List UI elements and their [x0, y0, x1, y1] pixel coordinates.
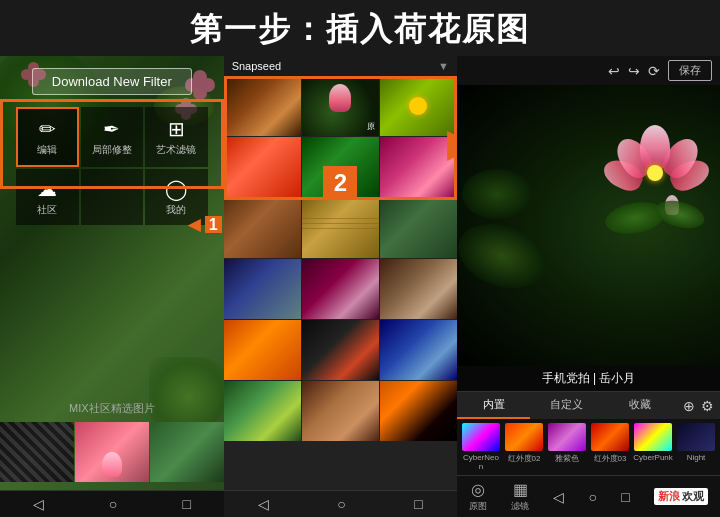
lotus-display [457, 85, 720, 366]
left-photo-strip [0, 422, 224, 482]
home-button-right[interactable]: ○ [589, 489, 597, 505]
filter-red[interactable]: 红外度02 [504, 423, 544, 471]
filter-thumb-night [677, 423, 715, 451]
right-top-controls: ↩ ↪ ⟳ 保存 [457, 56, 720, 85]
empty-cell [81, 169, 144, 225]
thumb-2[interactable] [75, 422, 149, 482]
grid-cell-14[interactable] [302, 320, 379, 380]
grid-cell-15[interactable] [380, 320, 457, 380]
middle-grid-container: 原 [224, 76, 457, 490]
nav-original[interactable]: ◎ 原图 [469, 480, 487, 513]
grid-cell-11[interactable] [302, 259, 379, 319]
back-button-right[interactable]: ◁ [553, 489, 564, 505]
brand-logos: 新浪 欢观 [654, 488, 708, 505]
photo-grid[interactable]: 原 [224, 76, 457, 441]
filter-violet[interactable]: 雅紫色 [547, 423, 587, 471]
icon-grid: ✏ 编辑 ✒ 局部修整 ⊞ 艺术滤镜 ☁ 社区 [8, 103, 216, 229]
settings-icon[interactable]: ⚙ [701, 398, 714, 414]
grid-cell-lotus-highlight[interactable]: 原 [302, 76, 379, 136]
local-adjust-cell[interactable]: ✒ 局部修整 [81, 107, 144, 167]
tab-custom[interactable]: 自定义 [530, 392, 603, 419]
filter-night[interactable]: Night [676, 423, 716, 471]
thumb-1[interactable] [0, 422, 74, 482]
right-inner: ↩ ↪ ⟳ 保存 [457, 56, 720, 517]
snapseed-label: Snapseed [232, 60, 282, 72]
mix-label: MIX社区精选图片 [69, 401, 155, 416]
tab-builtin[interactable]: 内置 [457, 392, 530, 419]
right-tabs: 内置 自定义 收藏 ⊕ ⚙ [457, 391, 720, 419]
panels-row: Download New Filter ✏ 编辑 ✒ 局部修整 ⊞ [0, 56, 720, 517]
edit-icon: ✏ [39, 117, 56, 141]
grid-cell-7[interactable] [224, 198, 301, 258]
filter-thumb-violet [548, 423, 586, 451]
recent-button-left[interactable]: □ [183, 496, 191, 512]
grid-cell-8[interactable] [302, 198, 379, 258]
page-title: 第一步：插入荷花原图 [190, 11, 530, 47]
grid-cell-16[interactable] [224, 381, 301, 441]
thumb-3[interactable] [150, 422, 224, 482]
grid-cell-4[interactable] [224, 137, 301, 197]
left-nav-bar: ◁ ○ □ [0, 490, 224, 517]
filter-thumb-cyberneon [462, 423, 500, 451]
bg-leaf-1 [462, 169, 532, 219]
art-filter-icon: ⊞ [168, 117, 185, 141]
grid-cell-18[interactable] [380, 381, 457, 441]
filter-cyberpunk[interactable]: CyberPunk [633, 423, 673, 471]
title-bar: 第一步：插入荷花原图 [0, 0, 720, 56]
grid-cell-9[interactable] [380, 198, 457, 258]
panel-middle: Snapseed ▼ 原 [224, 56, 457, 517]
community-icon: ☁ [37, 177, 57, 201]
recent-button-mid[interactable]: □ [414, 496, 422, 512]
grid-cell-12[interactable] [380, 259, 457, 319]
home-button-mid[interactable]: ○ [337, 496, 345, 512]
original-icon: ◎ [471, 480, 485, 499]
main-container: 第一步：插入荷花原图 Download New Filter [0, 0, 720, 517]
grid-cell-10[interactable] [224, 259, 301, 319]
grid-cell-3[interactable] [380, 76, 457, 136]
tab-favorites[interactable]: 收藏 [604, 392, 677, 419]
filter-cyberneon[interactable]: CyberNeon [461, 423, 501, 471]
filter-icon: ▦ [513, 480, 528, 499]
snapseed-header: Snapseed ▼ [224, 56, 457, 76]
refresh-icon[interactable]: ⟳ [648, 63, 660, 79]
photo-credit: 手机党拍 | 岳小月 [457, 366, 720, 391]
download-filter-button[interactable]: Download New Filter [32, 68, 192, 95]
nav-filter[interactable]: ▦ 滤镜 [511, 480, 529, 513]
local-adjust-icon: ✒ [103, 117, 120, 141]
community-cell[interactable]: ☁ 社区 [16, 169, 79, 225]
panel-right: ↩ ↪ ⟳ 保存 [457, 56, 720, 517]
lotus-flower [605, 113, 705, 233]
back-button-mid[interactable]: ◁ [258, 496, 269, 512]
save-button[interactable]: 保存 [668, 60, 712, 81]
filter-thumb-red [505, 423, 543, 451]
filter-thumb-cyberpunk [634, 423, 672, 451]
brand-huanguan-logo: 欢观 [682, 489, 704, 504]
middle-nav-bar: ◁ ○ □ [224, 490, 457, 517]
snapseed-subtitle: ▼ [438, 60, 449, 72]
art-filter-cell[interactable]: ⊞ 艺术滤镜 [145, 107, 208, 167]
panel-left: Download New Filter ✏ 编辑 ✒ 局部修整 ⊞ [0, 56, 224, 517]
grid-cell-17[interactable] [302, 381, 379, 441]
filter-thumb-red2 [591, 423, 629, 451]
grid-cell-6[interactable] [380, 137, 457, 197]
grid-cell-5[interactable] [302, 137, 379, 197]
left-bottom-section: MIX社区精选图片 [0, 229, 224, 490]
edit-tool-cell[interactable]: ✏ 编辑 [16, 107, 79, 167]
back-button-left[interactable]: ◁ [33, 496, 44, 512]
zoom-icon[interactable]: ⊕ [683, 398, 695, 414]
redo-icon[interactable]: ↪ [628, 63, 640, 79]
original-label: 原 [367, 121, 375, 132]
home-button-left[interactable]: ○ [109, 496, 117, 512]
user-icon: ◯ [165, 177, 187, 201]
grid-cell-13[interactable] [224, 320, 301, 380]
filter-strip: CyberNeon 红外度02 雅紫色 红外度03 [457, 419, 720, 475]
my-cell[interactable]: ◯ 我的 [145, 169, 208, 225]
undo-icon[interactable]: ↩ [608, 63, 620, 79]
brand-sina-logo: 新浪 [658, 489, 680, 504]
filter-red2[interactable]: 红外度03 [590, 423, 630, 471]
right-nav-bar: ◎ 原图 ▦ 滤镜 ◁ ○ □ 新浪 欢观 [457, 475, 720, 517]
grid-cell-1[interactable] [224, 76, 301, 136]
recent-button-right[interactable]: □ [621, 489, 629, 505]
tab-controls: ⊕ ⚙ [677, 392, 720, 419]
